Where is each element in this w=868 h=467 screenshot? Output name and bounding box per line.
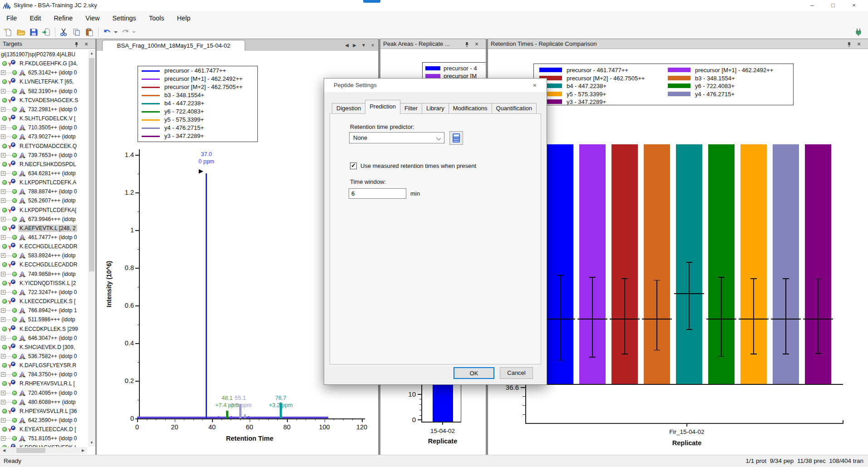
undo-icon[interactable] [101,26,113,38]
expander-icon[interactable]: + [1,198,5,203]
ok-button[interactable]: OK [454,367,494,379]
dialog-close-icon[interactable]: × [528,81,541,90]
pin-icon[interactable] [464,41,470,47]
target-row-prec[interactable]: +582.3190++ (idotp 0 [0,87,88,96]
scroll-up-icon[interactable]: ▲ [88,50,95,57]
dialog-tab-filter[interactable]: Filter [400,103,422,113]
target-row-prec[interactable]: +480.6088+++ (idotp [0,398,88,407]
expander-icon[interactable]: + [1,89,5,93]
expander-icon[interactable]: + [1,317,5,322]
target-row-pep[interactable]: PYK.ECCHGDLLECADDR [0,242,88,251]
targets-vscrollbar[interactable]: ▲▼ [88,50,95,447]
dialog-tab-digestion[interactable]: Digestion [332,103,365,113]
dialog-tab-library[interactable]: Library [422,103,449,113]
dialog-tab-quantification[interactable]: Quantification [492,103,537,113]
close-button[interactable]: × [843,0,864,11]
close-icon[interactable]: × [855,39,863,49]
maximize-button[interactable]: □ [823,0,843,11]
menu-file[interactable]: File [0,11,23,25]
tab-scroll-right-icon[interactable]: ▶ [351,42,358,49]
expander-icon[interactable]: + [1,189,5,194]
scroll-left-icon[interactable]: ◀ [1,447,7,454]
tab-close-icon[interactable]: × [369,42,376,49]
target-row-pep[interactable]: PYK.YICDNQDTISSK.L [2 [0,279,88,288]
expander-icon[interactable]: + [1,400,5,404]
expander-icon[interactable]: + [1,134,5,139]
expander-icon[interactable]: + [1,272,5,276]
target-row-prec[interactable]: +646.3047++ (idotp 0 [0,334,88,343]
target-row-pep[interactable]: PYK.ECCDKPLLEK.S [299 [0,324,88,334]
target-row-prec[interactable]: +720.4095++ (idotp 0 [0,388,88,398]
target-row-pep[interactable]: PYR.FKDLGEEHFK.G [34, [0,59,88,68]
cancel-button[interactable]: Cancel [500,367,533,379]
target-row-prec[interactable]: +751.8105++ (idotp 0 [0,434,88,443]
target-row-prec[interactable]: +511.5986+++ (idotp [0,315,88,324]
menu-edit[interactable]: Edit [23,11,47,25]
copy-icon[interactable] [71,26,83,38]
expander-icon[interactable]: + [1,290,5,295]
target-row-prec[interactable]: +526.2607+++ (idotp [0,196,88,205]
expander-icon[interactable]: + [1,217,5,221]
target-row-pep[interactable]: PYK.SLHTLFGDELCK.V [ [0,114,88,123]
expander-icon[interactable]: + [1,436,5,441]
target-row-pep[interactable]: PYK.TCVADESHAGCEK.S [0,96,88,105]
target-row-prec[interactable]: +749.9858+++ (idotp [0,270,88,279]
expander-icon[interactable]: + [1,125,5,130]
expander-icon[interactable]: + [1,70,5,75]
target-row-prec[interactable]: +625.3142++ (idotp 0 [0,68,88,77]
open-file-icon[interactable] [15,26,27,38]
target-row-prec[interactable]: +788.8874++ (idotp 0 [0,187,88,196]
undo-dropdown-icon[interactable] [114,31,118,33]
new-document-icon[interactable] [2,26,14,38]
target-row-prec[interactable]: +642.3590++ (idotp 0 [0,416,88,425]
target-row-pep[interactable]: PYK.LKPDPNTLCDEFKA[ [0,206,88,215]
expander-icon[interactable]: + [1,336,5,340]
target-row-prec[interactable]: +732.2981++ (idotp 0 [0,105,88,114]
tab-menu-icon[interactable]: ▼ [360,42,367,49]
expander-icon[interactable]: + [1,391,5,395]
tab-scroll-left-icon[interactable]: ◀ [343,42,350,49]
target-row-prot[interactable]: gi|1351907|sp|P02769.4|ALBU [0,50,88,59]
save-icon[interactable] [28,26,39,38]
target-row-prec[interactable]: +739.7653++ (idotp 0 [0,151,88,160]
document-tab[interactable]: BSA_Frag_100nM_18May15_Fir_15-04-02 [102,40,245,51]
menu-settings[interactable]: Settings [106,11,142,25]
target-row-pep[interactable]: PYK.SHCIAEVEK.D [309, [0,343,88,352]
target-row-prec[interactable]: +673.9946+++ (idotp [0,215,88,224]
time-window-input[interactable] [349,188,406,199]
retention-time-predictor-select[interactable]: None [349,132,444,143]
expander-icon[interactable]: + [1,153,5,157]
target-row-pep[interactable]: PYK.LKPDPNTLCDEFK.A [0,178,88,187]
target-row-prec[interactable]: +461.7477++ (idotp 0 [0,233,88,242]
expander-icon[interactable]: + [1,107,5,112]
target-row-prec[interactable]: +722.3247++ (idotp 0 [0,288,88,297]
cut-icon[interactable] [58,26,70,38]
target-row-pep[interactable]: PYK.LVNELTEFAK.T [65, [0,77,88,86]
pin-icon[interactable] [846,41,853,47]
paste-icon[interactable] [84,26,95,38]
target-row-prec[interactable]: +710.3505++ (idotp 0 [0,123,88,132]
calculator-button[interactable] [449,131,463,145]
expander-icon[interactable]: + [1,308,5,313]
scroll-right-icon[interactable]: ▶ [80,447,86,454]
scroll-down-icon[interactable]: ▼ [88,439,95,447]
expander-icon[interactable]: + [1,253,5,258]
external-tools-icon[interactable] [853,26,865,38]
target-row-prec[interactable]: +766.8942++ (idotp 1 [0,306,88,315]
hscroll-thumb[interactable] [16,448,45,453]
expander-icon[interactable]: + [1,372,5,377]
close-icon[interactable]: × [473,39,480,49]
target-row-pep[interactable]: PYK.AEFVEVTK.L [248, 2 [0,224,88,233]
target-row-pep[interactable]: PYR.HPEYAVSVLLR.L [36 [0,407,88,416]
target-row-prec[interactable]: +536.7582++ (idotp 0 [0,352,88,361]
minimize-button[interactable]: – [802,0,823,11]
target-row-pep[interactable]: PYR.NECFLSHKDDSPDL [0,160,88,169]
menu-help[interactable]: Help [171,11,197,25]
vscroll-thumb[interactable] [89,58,94,271]
expander-icon[interactable]: + [1,418,5,423]
target-row-pep[interactable]: PYR.ETYGDMADCCEK.Q [0,142,88,151]
target-row-pep[interactable]: PYK.DAFLGSFLYEYSR.R [0,361,88,370]
menu-view[interactable]: View [79,11,106,25]
target-row-prec[interactable]: +583.8924+++ (idotp [0,251,88,260]
expander-icon[interactable]: + [1,235,5,240]
